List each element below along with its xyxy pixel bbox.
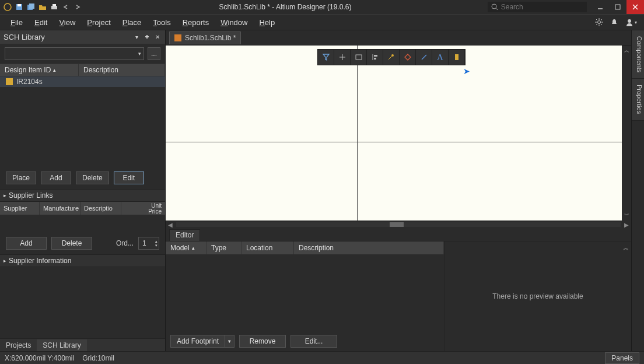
- grid-status: Grid:10mil: [82, 354, 114, 362]
- window-buttons: [592, 0, 644, 14]
- notifications-icon[interactable]: [608, 16, 621, 29]
- print-icon[interactable]: [49, 2, 60, 12]
- svg-line-19: [601, 24, 602, 25]
- col-model[interactable]: Model▴: [166, 242, 206, 254]
- place-button[interactable]: Place: [6, 172, 36, 184]
- edit-button[interactable]: Edit: [114, 172, 144, 184]
- minimize-button[interactable]: [592, 0, 609, 14]
- menu-help[interactable]: Help: [253, 16, 281, 29]
- tab-properties[interactable]: Properties: [632, 79, 644, 120]
- part-icon[interactable]: [449, 50, 465, 65]
- stepper-up-icon[interactable]: ▴: [155, 239, 158, 243]
- components-table-header: Design Item ID▴ Description: [0, 64, 165, 76]
- origin-horizontal-line: [166, 142, 622, 142]
- svg-line-20: [601, 19, 602, 20]
- models-table-body: [166, 254, 444, 331]
- save-all-icon[interactable]: [26, 2, 36, 12]
- svg-rect-4: [29, 4, 34, 9]
- svg-line-33: [422, 55, 426, 60]
- col-model-description[interactable]: Description: [294, 242, 444, 254]
- undo-icon[interactable]: [61, 2, 71, 12]
- svg-rect-2: [18, 4, 21, 6]
- tab-sch-library[interactable]: SCH Library: [37, 340, 86, 351]
- filter-icon[interactable]: [318, 50, 334, 65]
- menu-reports[interactable]: Reports: [177, 16, 215, 29]
- document-tabs: Schlib1.SchLib *: [166, 30, 631, 46]
- col-type[interactable]: Type: [206, 242, 242, 254]
- open-folder-icon[interactable]: [37, 2, 48, 12]
- search-input[interactable]: [501, 3, 583, 11]
- text-icon[interactable]: A: [432, 50, 449, 65]
- component-filter-combo[interactable]: ▾: [5, 47, 144, 60]
- svg-point-32: [391, 54, 394, 57]
- col-supp-description[interactable]: Descriptio: [80, 202, 121, 215]
- place-pin-icon[interactable]: [334, 50, 351, 65]
- net-icon[interactable]: [383, 50, 400, 65]
- supplier-add-button[interactable]: Add: [6, 237, 47, 250]
- mouse-cursor-icon: ➤: [463, 66, 470, 76]
- tab-components[interactable]: Components: [632, 30, 644, 79]
- line-icon[interactable]: [416, 50, 432, 65]
- editor-tab[interactable]: Editor: [169, 229, 200, 241]
- panel-pin-icon[interactable]: [143, 33, 151, 41]
- tab-projects[interactable]: Projects: [0, 340, 37, 351]
- model-edit-button[interactable]: Edit...: [290, 335, 337, 348]
- order-qty-stepper[interactable]: 1 ▴▾: [138, 237, 159, 250]
- col-location[interactable]: Location: [242, 242, 294, 254]
- chevron-down-icon[interactable]: ▾: [225, 335, 234, 347]
- save-icon[interactable]: [14, 2, 24, 12]
- schlib-doc-icon: [174, 34, 181, 41]
- menu-place[interactable]: Place: [117, 16, 148, 29]
- svg-rect-34: [455, 54, 459, 60]
- table-row[interactable]: IR2104s: [0, 76, 165, 87]
- settings-icon[interactable]: [593, 16, 606, 29]
- vertical-scrollbar[interactable]: ︽︾: [622, 46, 631, 220]
- schematic-canvas[interactable]: A ➤: [166, 46, 622, 220]
- menu-tools[interactable]: Tools: [147, 16, 176, 29]
- sort-asc-icon: ▴: [53, 67, 56, 73]
- app-icon[interactable]: [2, 2, 13, 12]
- menu-project[interactable]: Project: [81, 16, 116, 29]
- svg-rect-29: [374, 55, 377, 57]
- menu-view[interactable]: View: [53, 16, 81, 29]
- stepper-down-icon[interactable]: ▾: [155, 243, 158, 247]
- svg-rect-24: [145, 36, 149, 37]
- component-more-button[interactable]: ...: [148, 47, 160, 60]
- col-unit-price[interactable]: UnitPrice: [121, 202, 165, 215]
- col-manufacturer[interactable]: Manufacture: [40, 202, 80, 215]
- maximize-button[interactable]: [609, 0, 626, 14]
- panels-button[interactable]: Panels: [605, 352, 639, 364]
- svg-line-18: [596, 19, 597, 20]
- remove-button[interactable]: Remove: [239, 335, 286, 348]
- status-bar: X:620.000mil Y:400mil Grid:10mil Panels: [0, 351, 644, 364]
- menu-file[interactable]: File: [5, 16, 29, 29]
- col-design-item-id[interactable]: Design Item ID▴: [0, 64, 79, 76]
- search-box[interactable]: [488, 2, 587, 12]
- menu-edit[interactable]: Edit: [29, 16, 53, 29]
- col-supplier[interactable]: Supplier: [0, 202, 40, 215]
- panel-dropdown-icon[interactable]: ▾: [132, 33, 141, 41]
- align-icon[interactable]: [367, 50, 383, 65]
- collapse-preview-icon[interactable]: ︽: [623, 244, 629, 252]
- col-description[interactable]: Description: [79, 64, 165, 76]
- redo-icon[interactable]: [72, 2, 83, 12]
- user-icon[interactable]: ▾: [623, 16, 639, 29]
- rectangle-icon[interactable]: [351, 50, 367, 65]
- supplier-delete-button[interactable]: Delete: [51, 237, 92, 250]
- add-button[interactable]: Add: [41, 172, 71, 184]
- horizontal-scrollbar[interactable]: ◀▶: [166, 220, 631, 229]
- supplier-info-header[interactable]: ▸Supplier Information: [0, 254, 165, 267]
- order-label: Ord...: [116, 239, 134, 247]
- panel-close-icon[interactable]: ✕: [153, 33, 162, 41]
- close-button[interactable]: [626, 0, 644, 14]
- collapse-icon: ▸: [4, 258, 6, 264]
- add-footprint-button[interactable]: Add Footprint ▾: [170, 335, 235, 348]
- polygon-icon[interactable]: [400, 50, 416, 65]
- menu-window[interactable]: Window: [215, 16, 253, 29]
- panel-header: SCH Library ▾ ✕: [0, 30, 165, 44]
- supplier-info-body: [0, 267, 165, 338]
- document-tab[interactable]: Schlib1.SchLib *: [169, 32, 241, 44]
- supplier-links-header[interactable]: ▸Supplier Links: [0, 189, 165, 202]
- delete-button[interactable]: Delete: [76, 172, 109, 184]
- sch-library-panel: SCH Library ▾ ✕ ▾ ... Design Item ID▴ De…: [0, 30, 166, 351]
